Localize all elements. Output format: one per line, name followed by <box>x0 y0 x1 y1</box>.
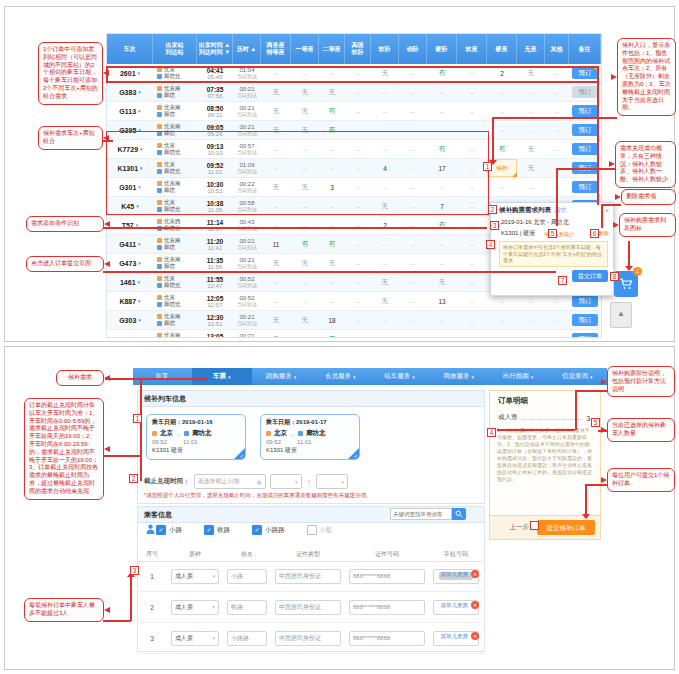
chevron-down-icon[interactable] <box>138 279 141 285</box>
checkbox-icon[interactable]: ✓ <box>252 525 262 535</box>
column-header[interactable]: 备注 <box>569 34 601 64</box>
train-number-link[interactable]: G113 <box>119 108 136 115</box>
seat-first: -- <box>291 292 319 310</box>
chevron-down-icon[interactable] <box>138 260 141 266</box>
train-number-link[interactable]: K887 <box>119 298 136 305</box>
close-icon[interactable]: × <box>605 207 609 214</box>
nav-item[interactable]: 商旅服务 <box>429 368 488 385</box>
submit-waitlist-order-button[interactable]: 提交候补订单 <box>537 520 595 535</box>
name-input[interactable]: 小路 <box>227 569 267 584</box>
add-child-ticket-link[interactable]: 添加儿童票 <box>441 571 469 578</box>
column-header[interactable]: 硬座 <box>487 34 517 64</box>
name-input[interactable]: 小路路 <box>227 631 267 646</box>
id-number-input[interactable]: 888******8888 <box>349 600 425 615</box>
book-button[interactable]: 预订 <box>572 333 598 338</box>
seat-none: -- <box>517 121 545 139</box>
seat-soft: -- <box>457 216 487 234</box>
deadline-date-select[interactable]: 请选择截止日期▦ <box>194 474 266 489</box>
train-number-link[interactable]: G411 <box>119 241 136 248</box>
seat-hard-waitlist-cell[interactable]: -- <box>487 83 517 101</box>
seat-hard-waitlist-cell[interactable]: -- <box>487 330 517 338</box>
id-type-select[interactable]: 中国居民身份证 <box>275 631 341 646</box>
departure-time: 12:30 <box>207 314 224 321</box>
waitlist-demand-card-1[interactable]: 乘车日期：2019-01-16 北京 → 廊坊北 09:5211:01 K130… <box>146 414 246 460</box>
nav-item[interactable]: 会员服务 <box>311 368 370 385</box>
quick-passenger-checkbox[interactable]: ✓ 铁路 <box>204 525 230 535</box>
marker-8: 8 <box>610 272 619 281</box>
chevron-down-icon[interactable] <box>138 108 141 114</box>
chevron-down-icon[interactable] <box>138 336 141 338</box>
column-header[interactable]: 历时 ▲ <box>233 34 261 64</box>
train-number-link[interactable]: 2601 <box>120 70 136 77</box>
add-child-ticket-link[interactable]: 添加儿童票 <box>441 633 469 640</box>
passenger-search-input[interactable] <box>390 508 452 520</box>
checkbox-icon[interactable] <box>307 525 317 535</box>
checkbox-icon[interactable]: ✓ <box>156 525 166 535</box>
quick-passenger-checkbox[interactable]: ✓ 小路 <box>156 525 182 535</box>
chevron-down-icon[interactable] <box>138 89 141 95</box>
column-header[interactable]: 无座 <box>517 34 545 64</box>
train-number-link[interactable]: 1461 <box>120 279 136 286</box>
chevron-down-icon[interactable] <box>138 241 141 247</box>
train-number-link[interactable]: G383 <box>119 89 136 96</box>
id-number-input[interactable]: 888******8888 <box>349 569 425 584</box>
book-button[interactable]: 预订 <box>572 181 598 193</box>
ticket-type-select[interactable]: 成人票▾ <box>171 600 219 615</box>
book-button[interactable]: 预订 <box>572 124 598 136</box>
id-type-select[interactable]: 中国居民身份证 <box>275 569 341 584</box>
book-button[interactable]: 预订 <box>572 67 598 79</box>
delete-demand-link[interactable]: 删除 <box>598 230 609 237</box>
book-button[interactable]: 预订 <box>572 314 598 326</box>
nav-item[interactable]: 站车服务 <box>370 368 429 385</box>
scroll-to-top-button[interactable]: ▲ <box>610 302 632 328</box>
book-button[interactable]: 预订 <box>572 105 598 117</box>
add-child-ticket-link[interactable]: 添加儿童票 <box>441 602 469 609</box>
nav-item[interactable]: 出行指南 <box>489 368 548 385</box>
nav-item[interactable]: 首页 <box>133 368 192 385</box>
chevron-down-icon[interactable] <box>138 70 141 76</box>
delete-passenger-icon[interactable] <box>471 632 479 640</box>
column-header[interactable]: 二等座 <box>319 34 345 64</box>
column-header[interactable]: 动卧 <box>399 34 427 64</box>
quick-passenger-checkbox[interactable]: 小航 <box>307 525 333 535</box>
chevron-down-icon[interactable] <box>138 317 141 323</box>
train-number-link[interactable]: G473 <box>119 260 136 267</box>
deadline-minute-select[interactable]: ▾ <box>316 474 348 489</box>
seat-hard-waitlist-cell[interactable]: -- <box>487 178 517 196</box>
nav-item[interactable]: 车票 <box>192 368 251 385</box>
nav-item[interactable]: 信息查询 <box>548 368 607 385</box>
train-number-link[interactable]: G303 <box>119 317 136 324</box>
ticket-type-select[interactable]: 成人票▾ <box>171 569 219 584</box>
id-type-select[interactable]: 中国居民身份证 <box>275 600 341 615</box>
column-header[interactable]: 软座 <box>457 34 487 64</box>
column-header[interactable]: 硬卧 <box>427 34 457 64</box>
book-button[interactable]: 预订 <box>572 295 598 307</box>
train-number-link[interactable]: G135 <box>119 336 136 339</box>
deadline-hour-select[interactable]: ▾ <box>270 474 302 489</box>
id-number-input[interactable]: 888******8888 <box>349 631 425 646</box>
name-input[interactable]: 铁路 <box>227 600 267 615</box>
column-header[interactable]: 其他 <box>545 34 569 64</box>
checkbox-icon[interactable]: ✓ <box>204 525 214 535</box>
column-header[interactable]: 高级软卧 <box>345 34 371 64</box>
column-header[interactable]: 车次 <box>107 34 153 64</box>
column-header[interactable]: 出发站到达站 <box>153 34 197 64</box>
column-header[interactable]: 软卧 <box>371 34 399 64</box>
column-header[interactable]: 出发时间 ▲到达时间 ▼ <box>197 34 233 64</box>
seat-second: -- <box>319 292 345 310</box>
delete-passenger-icon[interactable] <box>471 570 479 578</box>
ticket-type-select[interactable]: 成人票▾ <box>171 631 219 646</box>
book-button[interactable]: 预订 <box>572 143 598 155</box>
delete-passenger-icon[interactable] <box>471 601 479 609</box>
quick-passenger-checkbox[interactable]: ✓ 小路路 <box>252 525 285 535</box>
column-header[interactable]: 商务座特等座 <box>261 34 291 64</box>
column-header[interactable]: 一等座 <box>291 34 319 64</box>
search-button[interactable] <box>452 508 466 520</box>
previous-step-button[interactable]: 上一步 <box>510 523 530 532</box>
chevron-down-icon[interactable] <box>138 298 141 304</box>
submit-order-button[interactable]: 提交订单 <box>572 270 608 282</box>
nav-item[interactable]: 团购服务 <box>252 368 311 385</box>
departure-time: 09:05 <box>207 124 224 131</box>
seat-hard-waitlist-cell[interactable]: -- <box>487 311 517 329</box>
book-button[interactable]: 预订 <box>572 86 598 98</box>
